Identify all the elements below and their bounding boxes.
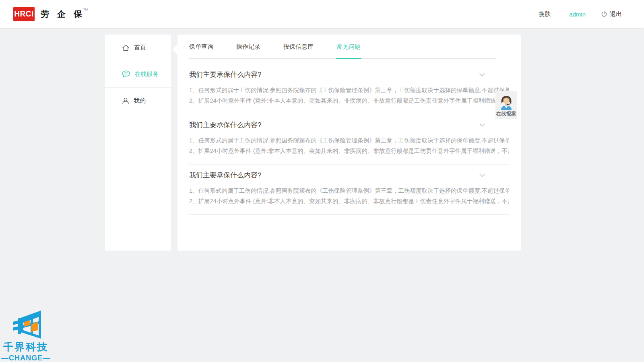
footer-company-subtitle: —CHANGE— — [1, 354, 51, 362]
tab-insurance-info[interactable]: 投保信息库 — [283, 35, 314, 59]
faq-question-toggle[interactable]: 我们主要承保什么内容? — [189, 171, 509, 180]
faq-item: 我们主要承保什么内容? 1、任何形式的属于工伤的情况,参照国务院颁布的《工伤保险… — [189, 165, 509, 215]
change-logo-mark — [7, 307, 44, 339]
tab-label: 常见问题 — [336, 43, 361, 51]
main-content-card: 保单查询 操作记录 投保信息库 常见问题 我们主要承保什么内容? 1、任何形式的… — [178, 35, 521, 251]
sidebar-item-label: 我的 — [134, 97, 146, 105]
home-icon — [122, 44, 130, 51]
tab-policy-query[interactable]: 保单查询 — [189, 35, 213, 59]
brand-logo: HRCI 劳 企 保 TM — [13, 7, 88, 21]
faq-question-toggle[interactable]: 我们主要承保什么内容? — [189, 120, 509, 130]
hrci-logo-text: HRCI — [14, 9, 33, 19]
chevron-down-icon[interactable] — [479, 174, 485, 177]
hrci-logo: HRCI — [13, 7, 35, 21]
sidebar-item-mine[interactable]: 我的 — [105, 88, 171, 114]
faq-answer: 1、任何形式的属于工伤的情况,参照国务院颁布的《工伤保险管理条例》第三章，工伤额… — [189, 85, 509, 106]
footer-company-name: 千界科技 — [1, 340, 51, 354]
online-report-label: 在线报案 — [496, 111, 516, 117]
tab-label: 操作记录 — [236, 43, 260, 51]
sidebar-item-online-service[interactable]: 在线服务 — [105, 61, 171, 88]
faq-list: 我们主要承保什么内容? 1、任何形式的属于工伤的情况,参照国务院颁布的《工伤保险… — [189, 64, 509, 215]
trademark-mark: TM — [83, 8, 88, 11]
sidebar: 首页 在线服务 我的 — [105, 35, 171, 251]
tab-label: 保单查询 — [189, 43, 213, 51]
sidebar-item-label: 首页 — [134, 44, 146, 51]
chevron-down-icon[interactable] — [479, 123, 485, 127]
username-link[interactable]: admin — [569, 11, 586, 18]
user-icon — [122, 97, 129, 105]
faq-question-text: 我们主要承保什么内容? — [189, 120, 261, 130]
logout-button[interactable]: 退出 — [601, 10, 622, 18]
chevron-down-icon[interactable] — [479, 73, 485, 76]
customer-service-avatar — [498, 94, 514, 110]
top-header: HRCI 劳 企 保 TM 换肤 admin 退出 — [0, 0, 644, 28]
faq-answer-line: 2、扩展24小时意外事件 (意外:非本人本意的、突如其来的、非疾病的、非故意行般… — [189, 196, 509, 206]
brand-name: 劳 企 保 — [41, 7, 85, 21]
tab-label: 投保信息库 — [283, 43, 314, 51]
footer-logo: 千界科技 —CHANGE— — [1, 307, 51, 362]
faq-answer: 1、任何形式的属于工伤的情况,参照国务院颁布的《工伤保险管理条例》第三章，工伤额… — [189, 135, 509, 156]
tab-faq[interactable]: 常见问题 — [336, 35, 361, 59]
online-report-widget[interactable]: 在线报案 — [495, 91, 517, 119]
logout-label: 退出 — [610, 10, 622, 18]
faq-answer-line: 2、扩展24小时意外事件 (意外:非本人本意的、突如其来的、非疾病的、非故意行般… — [189, 95, 509, 106]
faq-answer: 1、任何形式的属于工伤的情况,参照国务院颁布的《工伤保险管理条例》第三章，工伤额… — [189, 185, 509, 206]
header-actions: 换肤 admin 退出 — [539, 0, 622, 28]
faq-answer-line: 1、任何形式的属于工伤的情况,参照国务院颁布的《工伤保险管理条例》第三章，工伤额… — [189, 185, 509, 196]
sidebar-item-label: 在线服务 — [134, 70, 159, 78]
faq-question-text: 我们主要承保什么内容? — [189, 171, 261, 180]
faq-answer-line: 1、任何形式的属于工伤的情况,参照国务院颁布的《工伤保险管理条例》第三章，工伤额… — [189, 135, 509, 146]
sidebar-item-home[interactable]: 首页 — [105, 35, 171, 61]
faq-answer-line: 2、扩展24小时意外事件 (意外:非本人本意的、突如其来的、非疾病的、非故意行般… — [189, 146, 509, 156]
faq-question-toggle[interactable]: 我们主要承保什么内容? — [189, 70, 509, 80]
faq-item: 我们主要承保什么内容? 1、任何形式的属于工伤的情况,参照国务院颁布的《工伤保险… — [189, 114, 509, 165]
chat-icon — [122, 70, 130, 78]
change-skin-link[interactable]: 换肤 — [539, 10, 551, 18]
tab-bar: 保单查询 操作记录 投保信息库 常见问题 — [178, 35, 521, 59]
faq-item: 我们主要承保什么内容? 1、任何形式的属于工伤的情况,参照国务院颁布的《工伤保险… — [189, 64, 509, 114]
faq-question-text: 我们主要承保什么内容? — [189, 70, 261, 80]
power-icon — [601, 11, 607, 17]
tab-operation-record[interactable]: 操作记录 — [236, 35, 260, 59]
faq-answer-line: 1、任何形式的属于工伤的情况,参照国务院颁布的《工伤保险管理条例》第三章，工伤额… — [189, 85, 509, 95]
